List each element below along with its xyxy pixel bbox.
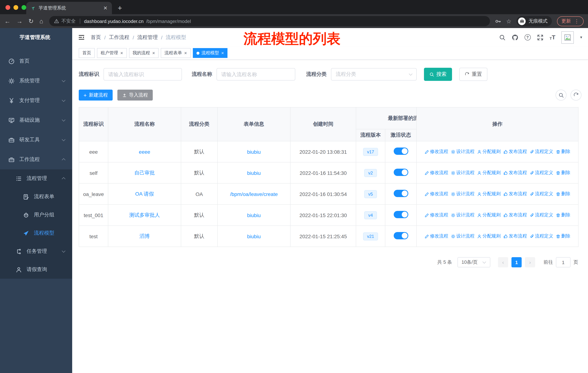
home-icon[interactable]: ⌂ [40,18,43,24]
process-name-link[interactable]: eeee [139,149,150,155]
row-action-link[interactable]: 分配规则 [477,170,501,176]
status-toggle[interactable] [394,211,408,218]
row-action-link[interactable]: 流程定义 [529,149,553,155]
forward-icon[interactable]: → [16,18,23,24]
row-action-link[interactable]: 修改流程 [424,149,448,155]
sidebar-item[interactable]: 流程表单 [0,188,72,206]
row-action-link[interactable]: 发布流程 [503,170,527,176]
form-info-link[interactable]: /bpm/oa/leave/create [230,191,278,197]
row-action-link[interactable]: 分配规则 [477,191,501,197]
sidebar-collapse-icon[interactable] [78,34,85,41]
close-window-button[interactable] [5,5,10,10]
row-action-link[interactable]: 设计流程 [451,233,474,239]
row-action-link[interactable]: 发布流程 [503,212,527,218]
sidebar-item[interactable]: 研发工具 [0,130,72,150]
status-toggle[interactable] [394,232,408,239]
toggle-search-button[interactable] [556,90,567,101]
tag-item[interactable]: 租户管理 × [97,48,127,58]
row-action-link[interactable]: 删除 [556,212,570,218]
help-icon[interactable]: ? [524,34,531,40]
sidebar-item[interactable]: 首页 [0,51,72,71]
breadcrumb-item[interactable]: 首页 [91,34,101,40]
tag-close-icon[interactable]: × [120,51,123,55]
tab-close-icon[interactable]: ✕ [103,5,107,10]
row-action-link[interactable]: 流程定义 [529,233,553,239]
github-icon[interactable] [512,34,518,40]
reset-button[interactable]: 重置 [459,68,487,81]
tag-item[interactable]: 首页 [79,48,95,58]
row-action-link[interactable]: 流程定义 [529,212,553,218]
row-action-link[interactable]: 设计流程 [451,191,474,197]
breadcrumb-item[interactable]: 工作流程 [109,34,129,40]
breadcrumb-item[interactable]: 流程模型 [166,34,186,40]
row-action-link[interactable]: 流程定义 [529,191,553,197]
next-page-button[interactable]: › [525,257,535,267]
fullscreen-icon[interactable] [537,34,543,40]
search-icon[interactable] [499,34,505,40]
row-action-link[interactable]: 发布流程 [503,233,527,239]
sidebar-item[interactable]: 流程模型 [0,224,72,242]
tag-item[interactable]: 我的流程 × [129,48,158,58]
row-action-link[interactable]: 修改流程 [424,212,448,218]
current-page-button[interactable]: 1 [511,257,522,267]
url-bar[interactable]: 不安全 dashboard.yudao.iocoder.cn/bpm/manag… [49,16,490,26]
sidebar-item[interactable]: 流程管理 [0,169,72,188]
row-action-link[interactable]: 设计流程 [451,170,474,176]
sidebar-item[interactable]: 工作流程 [0,150,72,169]
row-action-link[interactable]: 发布流程 [503,191,527,197]
status-toggle[interactable] [394,148,408,155]
avatar[interactable] [562,31,574,43]
row-action-link[interactable]: 删除 [556,233,570,239]
process-name-link[interactable]: 测试多审批人 [129,212,160,218]
version-badge[interactable]: v4 [364,211,377,219]
process-name-link[interactable]: 滔博 [139,233,150,239]
row-action-link[interactable]: 删除 [556,191,570,197]
form-info-link[interactable]: biubiu [247,170,261,176]
tag-item[interactable]: 流程表单 × [161,48,190,58]
status-toggle[interactable] [394,190,408,197]
zoom-window-button[interactable] [21,5,26,10]
process-category-select[interactable]: 流程分类 [331,68,417,81]
chrome-update-button[interactable]: 更新 ⋮ [557,16,584,26]
password-key-icon[interactable] [495,18,501,24]
form-info-link[interactable]: biubiu [247,212,261,218]
new-tab-button[interactable]: + [118,4,122,12]
browser-menu-icon[interactable]: ⋮ [574,18,579,24]
sidebar-logo-row[interactable]: 芋道管理系统 [0,29,72,46]
form-info-link[interactable]: biubiu [247,149,261,155]
import-process-button[interactable]: 导入流程 [117,90,153,101]
avatar-caret-icon[interactable]: ▾ [580,35,582,40]
search-button[interactable]: 搜索 [424,68,452,81]
process-name-input[interactable] [217,68,295,81]
row-action-link[interactable]: 分配规则 [477,149,501,155]
version-badge[interactable]: v5 [364,190,377,198]
process-name-link[interactable]: 自己审批 [134,170,155,175]
status-toggle[interactable] [394,169,408,176]
version-badge[interactable]: v17 [363,148,378,156]
row-action-link[interactable]: 设计流程 [451,212,474,218]
row-action-link[interactable]: 修改流程 [424,170,448,176]
create-process-button[interactable]: + 新建流程 [79,90,113,101]
goto-page-input[interactable] [556,257,570,267]
sidebar-item[interactable]: 请假查询 [0,261,72,279]
sidebar-item[interactable]: 支付管理 [0,91,72,110]
sidebar-item[interactable]: 任务管理 [0,242,72,261]
row-action-link[interactable]: 设计流程 [451,149,474,155]
reload-icon[interactable]: ↻ [28,18,34,24]
sidebar-item[interactable]: 基础设施 [0,110,72,130]
row-action-link[interactable]: 流程定义 [529,170,553,176]
sidebar-item[interactable]: 用户分组 [0,206,72,224]
breadcrumb-item[interactable]: 流程管理 [137,34,158,40]
back-icon[interactable]: ← [4,18,10,24]
tag-close-icon[interactable]: × [184,51,187,55]
row-action-link[interactable]: 修改流程 [424,233,448,239]
form-info-link[interactable]: biubiu [247,233,261,239]
row-action-link[interactable]: 修改流程 [424,191,448,197]
process-name-link[interactable]: OA 请假 [135,191,154,197]
process-id-input[interactable] [104,68,182,81]
tag-close-icon[interactable]: × [221,51,224,55]
page-size-select[interactable]: 10条/页 [458,257,490,267]
bookmark-star-icon[interactable]: ☆ [506,18,511,25]
browser-tab[interactable]: 芋道管理系统 ✕ [26,2,112,14]
refresh-table-button[interactable] [570,90,581,101]
